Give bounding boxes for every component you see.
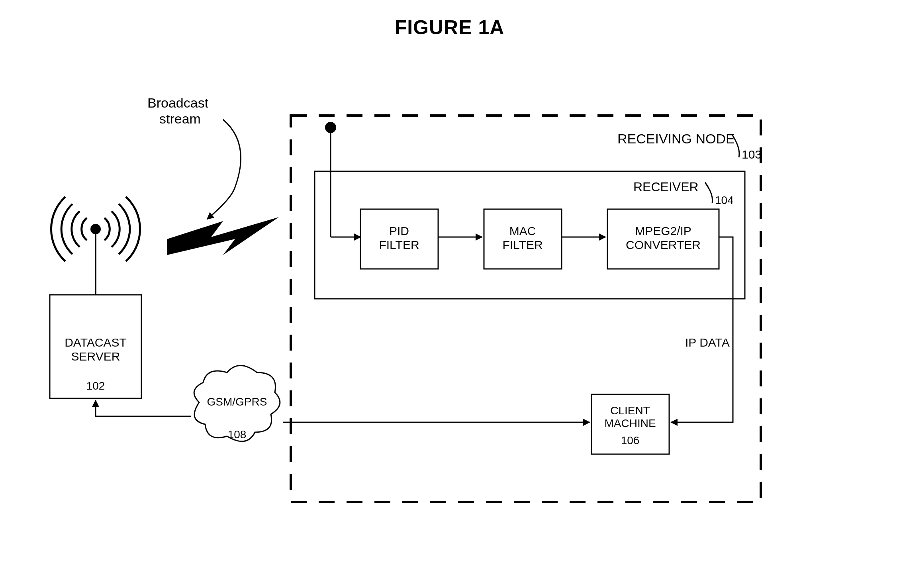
server-antenna-dot — [90, 224, 101, 234]
client-ref: 106 — [621, 434, 640, 447]
broadcast-pointer — [207, 120, 241, 219]
diagram-svg: RECEIVING NODE 103 RECEIVER 104 PID FILT… — [0, 0, 899, 588]
broadcast-l1: Broadcast — [147, 95, 209, 110]
figure-title: FIGURE 1A — [0, 16, 899, 39]
receiving-node-ref: 103 — [742, 148, 762, 161]
pid-filter-l1: PID — [389, 224, 409, 237]
client-l1: CLIENT — [610, 404, 650, 417]
ip-data-label: IP DATA — [685, 336, 730, 349]
cloud-to-server-line — [96, 400, 191, 416]
client-l2: MACHINE — [604, 417, 656, 429]
gsm-ref: 108 — [228, 428, 247, 441]
mac-filter-l2: FILTER — [502, 238, 543, 251]
mpeg-l1: MPEG2/IP — [635, 224, 691, 237]
receiver-callout — [705, 182, 713, 203]
broadcast-l2: stream — [159, 111, 201, 126]
gsm-label: GSM/GPRS — [207, 396, 267, 408]
receiving-node-label: RECEIVING NODE — [617, 131, 735, 146]
mac-filter-l1: MAC — [509, 224, 536, 237]
datacast-l1: DATACAST — [65, 336, 127, 349]
receiving-node-box — [291, 116, 761, 502]
datacast-ref: 102 — [86, 380, 105, 392]
lightning-bolt-icon — [167, 217, 279, 255]
pid-filter-l2: FILTER — [379, 238, 419, 251]
receiver-label: RECEIVER — [633, 180, 699, 194]
receiver-ref: 104 — [715, 194, 734, 206]
datacast-l2: SERVER — [71, 350, 120, 363]
mpeg-to-client-line — [671, 237, 733, 422]
mpeg-l2: CONVERTER — [626, 238, 701, 251]
